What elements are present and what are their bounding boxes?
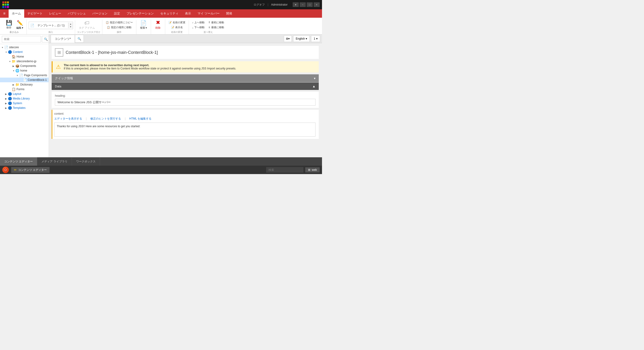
save-button[interactable]: 💾 保存 [4, 19, 14, 30]
html-link[interactable]: HTML を編集する [129, 117, 152, 121]
item-title: ContentBlock-1 - [home-jss-main-ContentB… [66, 50, 158, 55]
delete-button[interactable]: ✖ 削除 [153, 19, 163, 31]
tab-search[interactable]: 🔍 [75, 35, 84, 43]
tree-item-home[interactable]: 🏠 Home [0, 54, 49, 59]
warning-text: The current item is allowed to be overwr… [64, 64, 236, 70]
ribbon-group-write: 💾 保存 ✏️ 編集 ▾ 書き込み [2, 19, 27, 34]
view-mode-button[interactable]: ⊞ ▾ [284, 35, 292, 42]
first-icon: ⇑ [208, 21, 210, 24]
content-tabs-left: コンテンツ* 🔍 [51, 35, 84, 43]
search-input[interactable] [2, 36, 41, 42]
logoff-link[interactable]: ログオフ [254, 3, 265, 7]
content-tag-label: コンテンツのタグ付け [77, 31, 100, 34]
menu-item-review[interactable]: レビュー [46, 9, 64, 18]
tree-item-components[interactable]: ▶ 📦 Components [0, 64, 49, 68]
tree-item-contentblock1[interactable]: 📄 ContentBlock-1 [0, 78, 49, 82]
menu-item-home[interactable]: ホーム [8, 9, 24, 18]
menu-item-publish[interactable]: パブリッシュ [64, 9, 89, 18]
bottom-tab-workbox[interactable]: ワークボックス [72, 157, 100, 166]
language-button[interactable]: English ▾ [293, 35, 310, 42]
move-down-button[interactable]: ↓ 下へ移動 [191, 25, 206, 30]
bottom-tab-content-editor[interactable]: コンテンツ エディター [0, 157, 37, 166]
template-text: テンプレート... (1 / 1) [36, 23, 68, 29]
write-group-label: 書き込み [4, 31, 25, 34]
move-last-button[interactable]: ⇓ 最後に移動 [207, 25, 226, 30]
tree-item-sitecore[interactable]: ▾ 📄 sitecore [0, 45, 49, 50]
tree-item-pagecomponents[interactable]: ▾ 📄 Page Components [0, 73, 49, 78]
hint-link[interactable]: 修正のヒントを実行する [90, 117, 121, 121]
move-to-button[interactable]: 📋 指定の場所に移動 [106, 25, 133, 30]
content-scroll-wrapper[interactable]: ⊞ ContentBlock-1 - [home-jss-main-Conten… [49, 43, 322, 157]
sitecore-icon [4, 168, 8, 172]
tree-item-system[interactable]: ▶ 🔵 System [0, 101, 49, 106]
heading-input[interactable] [55, 99, 316, 106]
dropdown-button[interactable]: ▾ [293, 2, 299, 7]
save-icon: 💾 [6, 20, 12, 25]
tree-item-dictionary[interactable]: ▶ 📁 Dictionary [0, 82, 49, 87]
tree-item-forms[interactable]: 📋 Forms [0, 87, 49, 92]
status-search-input[interactable] [266, 167, 304, 173]
item-type-icon: ⊞ [55, 48, 63, 57]
web-label: web [312, 168, 317, 171]
left-panel: 🔍 ▾ ▾ 📄 sitecore ▾ 🔵 Content 🏠 Home [0, 35, 49, 157]
close-button[interactable]: × [314, 2, 320, 7]
tree-item-medialibrary[interactable]: ▶ 🔵 Media Library [0, 96, 49, 101]
template-arrows[interactable]: ▲ ▼ [68, 23, 73, 28]
menu-item-view[interactable]: 表示 [182, 9, 194, 18]
tag-item-button[interactable]: 🏷 タグ アイテム [77, 20, 97, 31]
bottom-tab-media-library[interactable]: メディア ライブラリ [37, 157, 72, 166]
item-icon: ⊞ [58, 50, 61, 55]
tree-item-home2[interactable]: ▾ 🌐 home [0, 68, 49, 73]
version-button[interactable]: 1 ▾ [311, 35, 320, 42]
minimize-button[interactable]: − [300, 2, 306, 7]
ribbon-group-insert: 📄 テンプレート... (1 / 1) ▲ ▼ 挿入 [27, 20, 75, 34]
quick-info-toggle: ▾ [314, 76, 316, 80]
title-bar: ログオフ | Administrator ▾ − □ × [0, 0, 322, 9]
ribbon-sort-buttons: ↑ 上へ移動 ⇑ 最初に移動 ↓ 下へ移動 ⇓ 最後に移動 [191, 20, 226, 31]
warning-bold: The current item is allowed to be overwr… [64, 64, 149, 67]
title-bar-right: ログオフ | Administrator ▾ − □ × [254, 2, 320, 7]
move-up-button[interactable]: ↑ 上へ移動 [191, 20, 206, 25]
edit-split-button[interactable]: ✏️ 編集 ▾ [15, 19, 25, 31]
ribbon: 💾 保存 ✏️ 編集 ▾ 書き込み 📄 テンプレート... (1 / 1) [0, 18, 322, 35]
sort-row-2: ↓ 下へ移動 ⇓ 最後に移動 [191, 25, 226, 30]
ribbon-ops-buttons: 📋 指定の場所にコピー 📋 指定の場所に移動 [104, 20, 134, 31]
data-section[interactable]: Data ▲ [52, 82, 319, 90]
editor-link[interactable]: エディターを表示する [54, 117, 82, 121]
duplicate-button[interactable]: 📄 複製 ▾ [138, 20, 149, 31]
menu-item-develop[interactable]: 開発 [223, 9, 236, 18]
menu-item-security[interactable]: セキュリティ [157, 9, 182, 18]
ribbon-group-sort: ↑ 上へ移動 ⇑ 最初に移動 ↓ 下へ移動 ⇓ 最後に移動 並べ替え [189, 20, 228, 34]
content-area: ⊞ ContentBlock-1 - [home-jss-main-Conten… [49, 43, 322, 142]
template-up[interactable]: ▲ [68, 23, 73, 25]
copy-to-button[interactable]: 📋 指定の場所にコピー [104, 20, 134, 25]
template-down[interactable]: ▼ [68, 25, 73, 28]
menu-item-version[interactable]: バージョン [89, 9, 111, 18]
move-first-button[interactable]: ⇑ 最初に移動 [207, 20, 226, 25]
ribbon-group-rename: 📝 名前の変更 📝 表示名 名前の変更 [165, 20, 189, 34]
search-area: 🔍 ▾ [0, 35, 49, 44]
tree-item-sitecoredemo[interactable]: ▾ 📁 sitecoredemo-jp [0, 59, 49, 64]
status-web-button[interactable]: ⊞ web [305, 167, 320, 172]
display-name-button[interactable]: 📝 表示名 [170, 25, 184, 30]
menu-item-presentation[interactable]: プレゼンテーション [123, 9, 157, 18]
tree-item-layout[interactable]: ▶ 🔵 Layout [0, 92, 49, 96]
template-selector[interactable]: 📄 テンプレート... (1 / 1) ▲ ▼ [28, 22, 73, 29]
move-icon: 📋 [107, 26, 110, 29]
ribbon-rename-buttons: 📝 名前の変更 📝 表示名 [167, 20, 187, 31]
copy-icon: 📋 [106, 21, 109, 24]
rename-button[interactable]: 📝 名前の変更 [167, 20, 187, 25]
warning-box: ⚠ The current item is allowed to be over… [52, 61, 319, 72]
maximize-button[interactable]: □ [307, 2, 313, 7]
ribbon-group-duplicate: 📄 複製 ▾ 操作 [136, 20, 151, 34]
hamburger-menu[interactable]: ≡ [0, 9, 8, 18]
menu-item-settings[interactable]: 設定 [111, 9, 123, 18]
menu-item-mytoolbar[interactable]: マイ ツールバー [194, 9, 223, 18]
menu-item-navigate[interactable]: ナビゲート [24, 9, 46, 18]
tab-content[interactable]: コンテンツ* [51, 35, 75, 43]
right-panel: コンテンツ* 🔍 ⊞ ▾ English ▾ 1 ▾ [49, 35, 322, 157]
tree-item-templates[interactable]: ▶ 🔵 Templates [0, 106, 49, 110]
quick-info-label: クイック情報 [55, 76, 73, 80]
tree-item-content[interactable]: ▾ 🔵 Content [0, 50, 49, 54]
quick-info-section[interactable]: クイック情報 ▾ [52, 74, 319, 82]
